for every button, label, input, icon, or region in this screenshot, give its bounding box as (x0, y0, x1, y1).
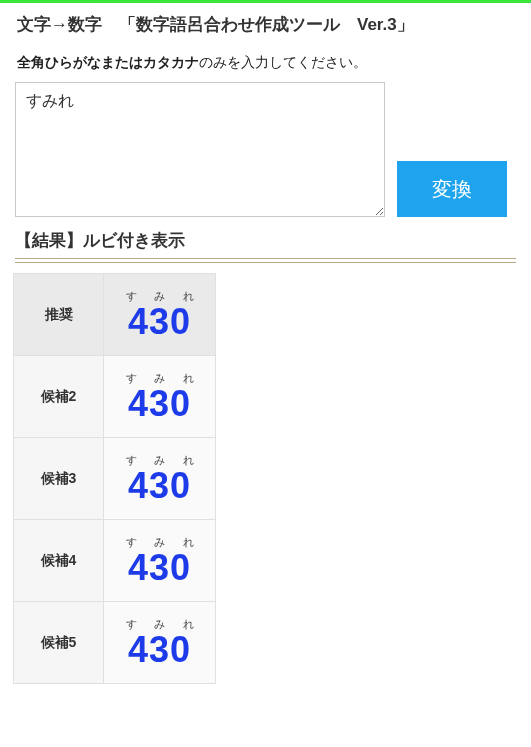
result-label: 候補5 (14, 602, 104, 684)
result-number: 430 (108, 302, 211, 342)
table-row: 候補5すみれ430 (14, 602, 216, 684)
result-label: 推奨 (14, 274, 104, 356)
result-value-cell: すみれ430 (104, 438, 216, 520)
table-row: 候補2すみれ430 (14, 356, 216, 438)
instruction-rest: のみを入力してください。 (199, 54, 367, 70)
results-heading: 【結果】ルビ付き表示 (15, 229, 516, 252)
result-value-cell: すみれ430 (104, 520, 216, 602)
result-number: 430 (108, 466, 211, 506)
instruction-emphasis: 全角ひらがなまたはカタカナ (17, 54, 199, 70)
section-divider (15, 258, 516, 263)
result-number: 430 (108, 630, 211, 670)
table-row: 推奨すみれ430 (14, 274, 216, 356)
kana-input[interactable] (15, 82, 385, 217)
result-value-cell: すみれ430 (104, 274, 216, 356)
result-value-cell: すみれ430 (104, 356, 216, 438)
convert-button[interactable]: 変換 (397, 161, 507, 217)
input-instruction: 全角ひらがなまたはカタカナのみを入力してください。 (17, 54, 516, 72)
result-label: 候補2 (14, 356, 104, 438)
result-value-cell: すみれ430 (104, 602, 216, 684)
result-number: 430 (108, 548, 211, 588)
table-row: 候補4すみれ430 (14, 520, 216, 602)
page-title: 文字→数字 「数字語呂合わせ作成ツール Ver.3」 (17, 13, 516, 36)
result-number: 430 (108, 384, 211, 424)
result-label: 候補3 (14, 438, 104, 520)
result-label: 候補4 (14, 520, 104, 602)
table-row: 候補3すみれ430 (14, 438, 216, 520)
results-table: 推奨すみれ430候補2すみれ430候補3すみれ430候補4すみれ430候補5すみ… (13, 273, 216, 684)
